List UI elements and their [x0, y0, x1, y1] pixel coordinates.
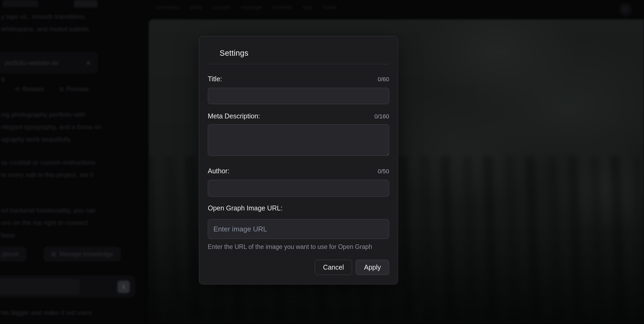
- chat-text: his bigger and make it red voice: [1, 309, 92, 316]
- restore-icon: ⟲: [15, 86, 20, 93]
- title-field-group: Title: 0/60: [208, 64, 389, 104]
- message-actions: ⟲Restore ⧉Preview: [15, 86, 88, 93]
- chat-text: base: [1, 231, 15, 239]
- author-input[interactable]: [208, 180, 389, 197]
- grid-icon: ⊞: [51, 251, 56, 258]
- dialog-actions: Cancel Apply: [208, 260, 389, 275]
- restore-button[interactable]: ⟲Restore: [15, 86, 44, 93]
- menu-item[interactable]: app: [303, 4, 313, 11]
- chat-text: ography work beautifully.: [1, 136, 72, 143]
- meta-description-field-group: Meta Description: 0/160: [208, 104, 389, 157]
- apply-button[interactable]: Apply: [356, 260, 389, 275]
- menu-item[interactable]: overview: [156, 4, 179, 11]
- preview-button[interactable]: ⧉Preview: [59, 86, 88, 93]
- send-button[interactable]: ↑: [117, 281, 130, 293]
- chat-sidebar: y taps vs., smooth transitions, whitespa…: [0, 0, 149, 324]
- knowledge-actions: pbook ⊞Manage knowledge: [0, 247, 120, 261]
- chat-input[interactable]: [0, 279, 80, 294]
- attachment-title: portfolio-website-de: [5, 59, 83, 67]
- chat-text: y taps vs., smooth transitions,: [1, 13, 86, 20]
- author-counter: 0/50: [378, 168, 389, 175]
- menu-item[interactable]: manage: [241, 4, 262, 11]
- close-icon[interactable]: ×: [86, 59, 91, 67]
- menu-item[interactable]: skills: [189, 4, 202, 11]
- meta-description-label: Meta Description:: [208, 112, 260, 120]
- og-image-help-text: Enter the URL of the image you want to u…: [208, 243, 389, 251]
- chat-text: ed backend functionality, you can: [1, 207, 96, 214]
- title-label: Title:: [208, 75, 222, 83]
- cancel-button[interactable]: Cancel: [315, 260, 352, 275]
- author-field-group: Author: 0/50: [208, 157, 389, 197]
- dialog-title: Settings: [220, 49, 389, 58]
- send-icon: ↑: [122, 283, 126, 291]
- attachment-card[interactable]: portfolio-website-de ×: [0, 53, 97, 73]
- og-image-url-input[interactable]: [208, 219, 389, 239]
- chat-text: g: [1, 75, 5, 82]
- title-input[interactable]: [208, 88, 389, 104]
- og-image-label: Open Graph Image URL:: [208, 204, 282, 212]
- menu-item[interactable]: visuals: [212, 4, 230, 11]
- menu-item[interactable]: make: [323, 4, 337, 11]
- scrapbook-button[interactable]: pbook: [0, 247, 26, 261]
- meta-description-textarea[interactable]: [208, 124, 389, 156]
- avatar[interactable]: [617, 1, 634, 18]
- title-counter: 0/60: [378, 76, 389, 83]
- preview-icon: ⧉: [59, 86, 64, 93]
- app-window: overview skills visuals manage torrents …: [0, 0, 644, 324]
- author-label: Author:: [208, 167, 230, 175]
- chat-text: ss cocktail or custom instructions: [1, 159, 95, 166]
- chat-text: ons on the top right to connect: [1, 219, 88, 227]
- og-image-field-group: Open Graph Image URL: Enter the URL of t…: [208, 197, 389, 251]
- chat-text: ing photography portfolio with: [1, 111, 85, 118]
- meta-description-counter: 0/160: [374, 113, 389, 120]
- chat-text: to every edit in this project, set it: [1, 171, 93, 179]
- chat-input-row: ↑: [0, 276, 135, 297]
- menu-item[interactable]: torrents: [272, 4, 292, 11]
- chat-text: elegant typography, and a focus on: [1, 123, 101, 131]
- chat-text: whitespace, and muted palette.: [1, 25, 90, 33]
- manage-knowledge-button[interactable]: ⊞Manage knowledge: [44, 247, 120, 261]
- top-menu: overview skills visuals manage torrents …: [156, 4, 344, 11]
- settings-dialog: Settings Title: 0/60 Meta Description: 0…: [199, 36, 398, 284]
